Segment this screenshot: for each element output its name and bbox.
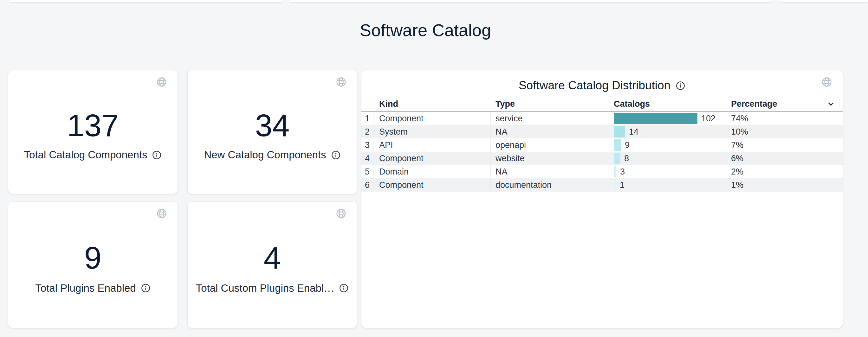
globe-icon[interactable]	[336, 77, 346, 88]
table-row[interactable]: 4 Component website 8 6%	[362, 152, 843, 165]
cell-kind: Component	[373, 178, 491, 192]
cell-type: NA	[491, 125, 610, 138]
column-header-catalogs[interactable]: Catalogs	[610, 97, 725, 111]
table-row[interactable]: 6 Component documentation 1 1%	[362, 178, 843, 192]
info-icon[interactable]	[141, 283, 151, 293]
column-header-type[interactable]: Type	[491, 97, 610, 111]
cell-kind: API	[373, 138, 491, 152]
cell-percentage: 74%	[725, 112, 843, 125]
info-icon[interactable]	[331, 150, 341, 160]
cell-type: NA	[491, 165, 610, 178]
cell-kind: System	[373, 125, 491, 138]
catalog-value: 9	[625, 140, 629, 150]
info-icon[interactable]	[676, 81, 685, 91]
stat-value: 34	[188, 106, 357, 145]
cell-percentage: 7%	[725, 138, 843, 152]
table-row[interactable]: 3 API openapi 9 7%	[362, 138, 843, 152]
cell-catalogs: 102	[610, 112, 725, 125]
column-header-index	[362, 97, 373, 111]
stat-card-total-catalog-components: 137 Total Catalog Components	[8, 70, 178, 194]
catalog-value: 3	[620, 167, 625, 177]
cell-catalogs: 3	[610, 165, 725, 178]
cell-kind: Component	[373, 112, 491, 125]
catalog-bar	[614, 126, 625, 137]
cell-type: website	[491, 152, 610, 165]
column-header-percentage[interactable]: Percentage	[725, 97, 843, 111]
catalog-value: 14	[629, 127, 639, 137]
row-index: 6	[362, 178, 373, 192]
cell-catalogs: 1	[610, 178, 725, 192]
table-header-row: Kind Type Catalogs Percentage	[362, 97, 843, 112]
cell-catalogs: 9	[610, 138, 725, 152]
info-icon[interactable]	[152, 150, 162, 160]
column-header-label: Percentage	[731, 99, 777, 109]
row-index: 3	[362, 138, 373, 152]
distribution-card: Software Catalog Distribution Kind Type …	[362, 70, 843, 328]
cell-catalogs: 14	[610, 125, 725, 138]
cell-type: service	[491, 112, 610, 125]
globe-icon[interactable]	[156, 77, 167, 88]
row-index: 1	[362, 112, 373, 125]
page-title: Software Catalog	[8, 20, 843, 40]
cutoff-card-edge	[289, 0, 772, 2]
cell-type: openapi	[491, 138, 610, 152]
cell-percentage: 10%	[725, 125, 843, 138]
cell-percentage: 6%	[725, 152, 843, 165]
catalog-bar	[614, 179, 616, 191]
stat-card-new-catalog-components: 34 New Catalog Components	[188, 70, 357, 194]
stat-card-total-plugins-enabled: 9 Total Plugins Enabled	[8, 202, 178, 328]
catalog-value: 102	[701, 114, 715, 124]
cell-catalogs: 8	[610, 152, 725, 165]
stat-label: Total Custom Plugins Enabl…	[196, 282, 335, 294]
cutoff-card-edge	[778, 0, 868, 2]
row-index: 4	[362, 152, 373, 165]
row-index: 5	[362, 165, 373, 178]
catalog-value: 1	[620, 180, 624, 190]
stat-label: New Catalog Components	[204, 149, 326, 161]
table-row[interactable]: 5 Domain NA 3 2%	[362, 165, 843, 178]
cutoff-card-edge	[9, 0, 283, 2]
globe-icon[interactable]	[156, 208, 167, 219]
catalog-bar	[614, 153, 620, 164]
stat-value: 137	[8, 106, 178, 145]
table-row[interactable]: 1 Component service 102 74%	[362, 112, 843, 125]
chevron-down-icon[interactable]	[827, 100, 835, 108]
cell-kind: Component	[373, 152, 491, 165]
column-header-kind[interactable]: Kind	[373, 97, 491, 111]
stat-value: 4	[188, 238, 357, 277]
catalog-bar	[614, 139, 621, 151]
stat-label: Total Plugins Enabled	[35, 282, 136, 294]
cell-percentage: 2%	[725, 165, 843, 178]
distribution-title: Software Catalog Distribution	[519, 79, 671, 92]
catalog-value: 8	[624, 154, 629, 163]
column-resize-handle[interactable]	[839, 99, 839, 108]
cell-percentage: 1%	[725, 178, 843, 192]
stat-card-total-custom-plugins-enabled: 4 Total Custom Plugins Enabl…	[188, 202, 357, 328]
stat-value: 9	[8, 238, 178, 277]
cell-type: documentation	[491, 178, 610, 192]
table-row[interactable]: 2 System NA 14 10%	[362, 125, 843, 138]
catalog-bar	[614, 113, 698, 124]
distribution-table: Kind Type Catalogs Percentage 1 Componen…	[362, 97, 843, 192]
stat-label: Total Catalog Components	[24, 149, 147, 161]
row-index: 2	[362, 125, 373, 138]
cell-kind: Domain	[373, 165, 491, 178]
globe-icon[interactable]	[336, 208, 346, 219]
catalog-bar	[614, 166, 616, 177]
info-icon[interactable]	[339, 283, 349, 293]
